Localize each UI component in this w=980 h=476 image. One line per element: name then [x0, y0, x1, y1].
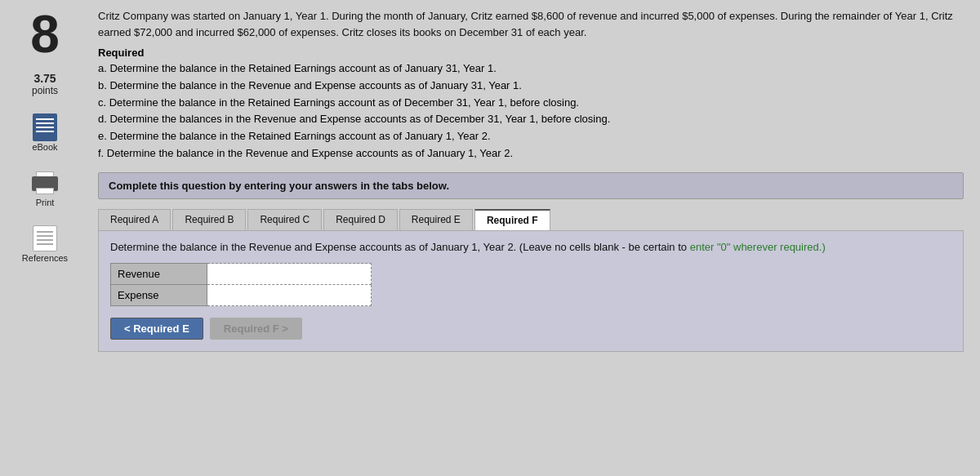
question-number: 8 [30, 8, 60, 60]
required-item-d: d. Determine the balances in the Revenue… [98, 111, 964, 128]
tab-required-b[interactable]: Required B [172, 209, 246, 230]
panel-instruction-green: enter "0" wherever required.) [690, 241, 826, 253]
tab-required-a[interactable]: Required A [98, 209, 171, 230]
tab-required-e[interactable]: Required E [399, 209, 473, 230]
sidebar-item-references[interactable]: References [22, 224, 68, 263]
sidebar-item-ebook[interactable]: eBook [30, 113, 60, 152]
required-section: Required a. Determine the balance in the… [98, 47, 964, 162]
expense-input-cell[interactable] [207, 285, 372, 306]
tab-required-f[interactable]: Required F [474, 209, 550, 230]
ebook-label: eBook [32, 142, 57, 152]
ebook-icon [30, 113, 60, 142]
sidebar: 8 3.75 points eBook Print [0, 0, 90, 476]
table-row-revenue: Revenue [111, 264, 372, 285]
revenue-input-cell[interactable] [207, 264, 372, 285]
points-value: 3.75 [33, 72, 56, 85]
complete-banner: Complete this question by entering your … [98, 172, 964, 199]
sidebar-item-print[interactable]: Print [30, 168, 60, 207]
expense-input[interactable] [207, 285, 371, 305]
panel-content: Determine the balance in the Revenue and… [98, 231, 964, 353]
expense-label: Expense [111, 285, 207, 306]
tab-required-d[interactable]: Required D [323, 209, 398, 230]
required-item-c: c. Determine the balance in the Retained… [98, 95, 964, 112]
back-button[interactable]: < Required E [110, 318, 203, 340]
tabs-row: Required A Required B Required C Require… [98, 209, 964, 231]
points-label: points [32, 85, 58, 96]
required-title: Required [98, 47, 964, 59]
required-item-e: e. Determine the balance in the Retained… [98, 128, 964, 145]
references-icon [30, 224, 60, 253]
points-block: 3.75 points [32, 72, 58, 96]
answer-table: Revenue Expense [110, 263, 372, 306]
revenue-input[interactable] [207, 264, 371, 284]
bottom-nav: < Required E Required F > [110, 318, 951, 340]
main-content: Critz Company was started on January 1, … [90, 0, 980, 476]
required-list: a. Determine the balance in the Retained… [98, 60, 964, 162]
table-row-expense: Expense [111, 285, 372, 306]
required-item-b: b. Determine the balance in the Revenue … [98, 78, 964, 95]
tab-required-c[interactable]: Required C [247, 209, 322, 230]
required-item-f: f. Determine the balance in the Revenue … [98, 145, 964, 162]
references-label: References [22, 253, 68, 263]
print-label: Print [36, 198, 55, 207]
panel-instruction: Determine the balance in the Revenue and… [110, 239, 951, 256]
tabs-container: Required A Required B Required C Require… [98, 209, 964, 353]
revenue-label: Revenue [111, 264, 207, 285]
forward-button[interactable]: Required F > [210, 318, 302, 340]
required-item-a: a. Determine the balance in the Retained… [98, 60, 964, 78]
panel-instruction-main: Determine the balance in the Revenue and… [110, 241, 687, 253]
problem-text: Critz Company was started on January 1, … [98, 8, 964, 40]
print-icon [30, 168, 60, 198]
